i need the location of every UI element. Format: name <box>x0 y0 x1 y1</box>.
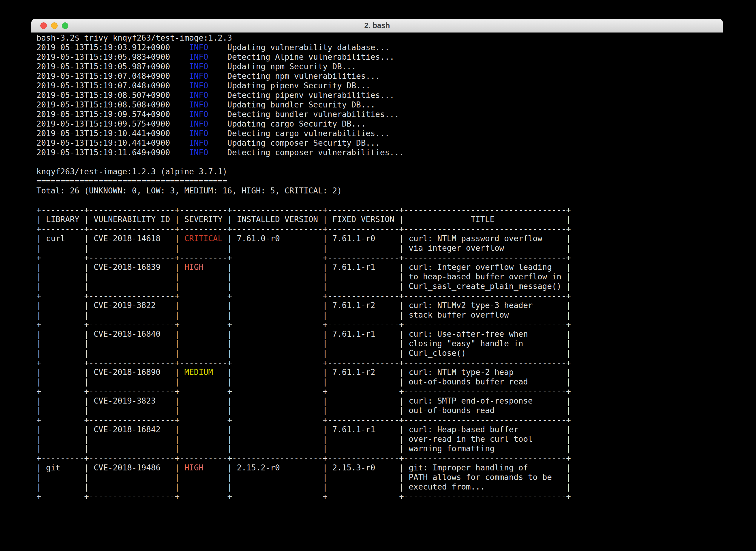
terminal-line: +---------+------------------+----------… <box>36 453 571 463</box>
terminal-line: + +------------------+ + +--------------… <box>36 415 571 425</box>
log-level-info: INFO <box>189 129 208 138</box>
terminal-line: 2019-05-13T15:19:08.507+0900 INFO Detect… <box>36 90 571 100</box>
log-level-info: INFO <box>189 62 208 71</box>
minimize-button[interactable] <box>51 22 58 29</box>
terminal-line: 2019-05-13T15:19:08.508+0900 INFO Updati… <box>36 100 571 109</box>
terminal-line: 2019-05-13T15:19:10.441+0900 INFO Updati… <box>36 138 571 148</box>
terminal-line: + +------------------+ + + +------------… <box>36 387 571 396</box>
terminal-line: ======================================== <box>36 176 571 186</box>
terminal-line: | | | | | | PATH allows for commands to … <box>36 473 571 482</box>
log-level-info: INFO <box>189 100 208 109</box>
terminal-line: | | | | | | Curl_sasl_create_plain_messa… <box>36 282 571 291</box>
terminal-line: +---------+------------------+----------… <box>36 205 571 214</box>
terminal-line: | | CVE-2018-16890 | MEDIUM | | 7.61.1-r… <box>36 368 571 377</box>
terminal-line: bash-3.2$ trivy knqyf263/test-image:1.2.… <box>36 33 571 43</box>
terminal-line: | | CVE-2019-3823 | | | | curl: SMTP end… <box>36 396 571 406</box>
terminal-line: | | CVE-2019-3822 | | | 7.61.1-r2 | curl… <box>36 301 571 310</box>
terminal-line: 2019-05-13T15:19:03.912+0900 INFO Updati… <box>36 43 571 52</box>
log-level-info: INFO <box>189 90 208 100</box>
terminal-line: knqyf263/test-image:1.2.3 (alpine 3.7.1) <box>36 167 571 176</box>
terminal-line: + +------------------+ + + +------------… <box>36 492 571 501</box>
terminal-line: | curl | CVE-2018-14618 | CRITICAL | 7.6… <box>36 234 571 243</box>
traffic-lights <box>40 22 68 29</box>
severity-medium: MEDIUM <box>179 368 227 377</box>
terminal-line: + +------------------+----------+ +-----… <box>36 358 571 368</box>
window-title: 2. bash <box>31 19 723 32</box>
terminal-line: 2019-05-13T15:19:11.649+0900 INFO Detect… <box>36 148 571 157</box>
terminal-line: | | | | | | closing "easy" handle in | <box>36 339 571 348</box>
severity-high: HIGH <box>179 463 227 472</box>
terminal-line: | | | | | | out-of-bounds read | <box>36 406 571 415</box>
terminal-line: | | | | | | out-of-bounds buffer read | <box>36 377 571 387</box>
log-level-info: INFO <box>189 119 208 128</box>
terminal-line: + +------------------+ + +--------------… <box>36 320 571 329</box>
terminal-line: 2019-05-13T15:19:09.574+0900 INFO Detect… <box>36 109 571 119</box>
terminal-line: 2019-05-13T15:19:07.048+0900 INFO Detect… <box>36 71 571 81</box>
terminal-line: 2019-05-13T15:19:10.441+0900 INFO Detect… <box>36 129 571 138</box>
log-level-info: INFO <box>189 81 208 90</box>
terminal-line: | | CVE-2018-16840 | | | 7.61.1-r1 | cur… <box>36 329 571 339</box>
titlebar[interactable]: 2. bash <box>31 19 723 33</box>
log-level-info: INFO <box>189 138 208 147</box>
terminal-line: 2019-05-13T15:19:05.983+0900 INFO Detect… <box>36 52 571 62</box>
close-button[interactable] <box>40 22 47 29</box>
terminal-line <box>36 157 571 167</box>
terminal-line: | git | CVE-2018-19486 | HIGH | 2.15.2-r… <box>36 463 571 473</box>
desktop-background: 2. bash bash-3.2$ trivy knqyf263/test-im… <box>0 0 756 551</box>
terminal-line: + +------------------+----------+ +-----… <box>36 253 571 262</box>
terminal-output: bash-3.2$ trivy knqyf263/test-image:1.2.… <box>36 33 571 501</box>
terminal-line: | | CVE-2018-16842 | | | 7.61.1-r1 | cur… <box>36 425 571 434</box>
terminal-window: 2. bash bash-3.2$ trivy knqyf263/test-im… <box>31 19 723 537</box>
terminal-line: Total: 26 (UNKNOWN: 0, LOW: 3, MEDIUM: 1… <box>36 186 571 195</box>
terminal-line: 2019-05-13T15:19:05.987+0900 INFO Updati… <box>36 62 571 71</box>
terminal-line: | | CVE-2018-16839 | HIGH | | 7.61.1-r1 … <box>36 262 571 272</box>
terminal-line: | LIBRARY | VULNERABILITY ID | SEVERITY … <box>36 214 571 224</box>
terminal-line: + +------------------+ + +--------------… <box>36 291 571 301</box>
terminal-line: | | | | | | via integer overflow | <box>36 243 571 253</box>
severity-high: HIGH <box>179 262 227 271</box>
terminal-line: | | | | | | to heap-based buffer overflo… <box>36 272 571 282</box>
terminal-line: | | | | | | executed from... | <box>36 482 571 492</box>
zoom-button[interactable] <box>62 22 68 29</box>
terminal-line <box>36 195 571 205</box>
terminal-line: 2019-05-13T15:19:09.575+0900 INFO Updati… <box>36 119 571 129</box>
terminal-line: 2019-05-13T15:19:07.048+0900 INFO Updati… <box>36 81 571 90</box>
terminal-line: | | | | | | stack buffer overflow | <box>36 310 571 320</box>
log-level-info: INFO <box>189 52 208 61</box>
terminal-line: | | | | | | over-read in the curl tool | <box>36 434 571 444</box>
log-level-info: INFO <box>189 109 208 119</box>
severity-critical: CRITICAL <box>179 234 227 243</box>
terminal-line: | | | | | | warning formatting | <box>36 444 571 453</box>
terminal-line: +---------+------------------+----------… <box>36 224 571 234</box>
terminal-line: | | | | | | Curl_close() | <box>36 348 571 358</box>
log-level-info: INFO <box>189 148 208 157</box>
log-level-info: INFO <box>189 43 208 52</box>
log-level-info: INFO <box>189 71 208 81</box>
